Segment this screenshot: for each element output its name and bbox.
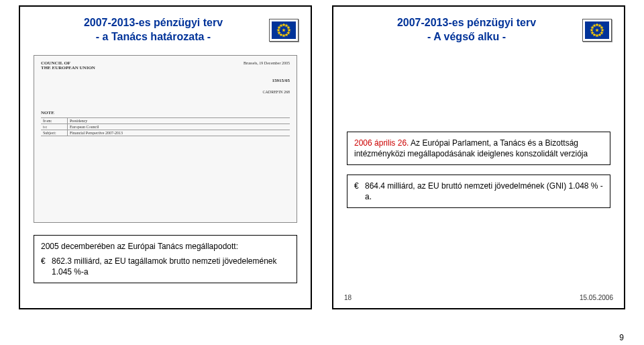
slide-right: 2007-2013-es pénzügyi terv - A végső alk… [332, 5, 625, 309]
left-box-bullet: € 862.3 milliárd, az EU tagállamok brutt… [41, 256, 290, 277]
slide-right-header: 2007-2013-es pénzügyi terv - A végső alk… [340, 13, 617, 51]
eu-flag-icon [269, 19, 299, 42]
left-box-bullet-text: 862.3 milliárd, az EU tagállamok brutto … [52, 256, 290, 277]
footer-slide-number: 18 [344, 294, 352, 301]
slide-left: 2007-2013-es pénzügyi terv - a Tanács ha… [19, 5, 312, 309]
title-line1: 2007-2013-es pénzügyi terv [84, 17, 223, 28]
doc-code: CADREFIN 268 [41, 90, 290, 94]
doc-from-value: Presidency [68, 118, 290, 124]
right-box-2: € 864.4 milliárd, az EU bruttó nemzeti j… [347, 175, 610, 208]
slide-right-title: 2007-2013-es pénzügyi terv - A végső alk… [351, 16, 582, 44]
doc-council-label: COUNCIL OF THE EUROPEAN UNION [41, 60, 95, 71]
slide-left-header: 2007-2013-es pénzügyi terv - a Tanács ha… [27, 13, 304, 51]
slide-right-footer: 18 15.05.2006 [333, 294, 624, 301]
slide-left-title: 2007-2013-es pénzügyi terv - a Tanács ha… [38, 16, 269, 44]
footer-date: 15.05.2006 [580, 294, 613, 301]
doc-to-label: to: [41, 124, 68, 130]
doc-from-label: from: [41, 118, 68, 124]
doc-header-right: Brussels, 19 December 2005 [244, 61, 290, 71]
doc-subject-label: Subject: [41, 130, 68, 136]
title-line1-r: 2007-2013-es pénzügyi terv [397, 17, 536, 28]
left-box-lead: 2005 decemberében az Európai Tanács megá… [41, 241, 290, 252]
doc-to-value: European Council [68, 124, 290, 130]
title-line2-r: - A végső alku - [427, 31, 506, 42]
euro-icon: € [354, 181, 365, 202]
title-line2: - a Tanács határozata - [96, 31, 211, 42]
doc-subject-value: Financial Perspective 2007-2013 [68, 130, 290, 136]
eu-flag-icon [582, 19, 612, 42]
right-box-1: 2006 április 26. Az Európai Parlament, a… [347, 132, 610, 165]
left-body-box: 2005 decemberében az Európai Tanács megá… [34, 235, 297, 284]
right-box2-text: 864.4 milliárd, az EU bruttó nemzeti jöv… [365, 181, 603, 202]
page-number: 9 [619, 333, 624, 342]
doc-number: 15915/05 [41, 78, 290, 83]
right-box1-date: 2006 április 26. [354, 138, 409, 148]
doc-note-label: NOTE [41, 110, 290, 115]
embedded-document-thumbnail: COUNCIL OF THE EUROPEAN UNION Brussels, … [34, 55, 297, 223]
euro-icon: € [41, 256, 52, 277]
doc-header-left: COUNCIL OF THE EUROPEAN UNION [41, 61, 95, 71]
